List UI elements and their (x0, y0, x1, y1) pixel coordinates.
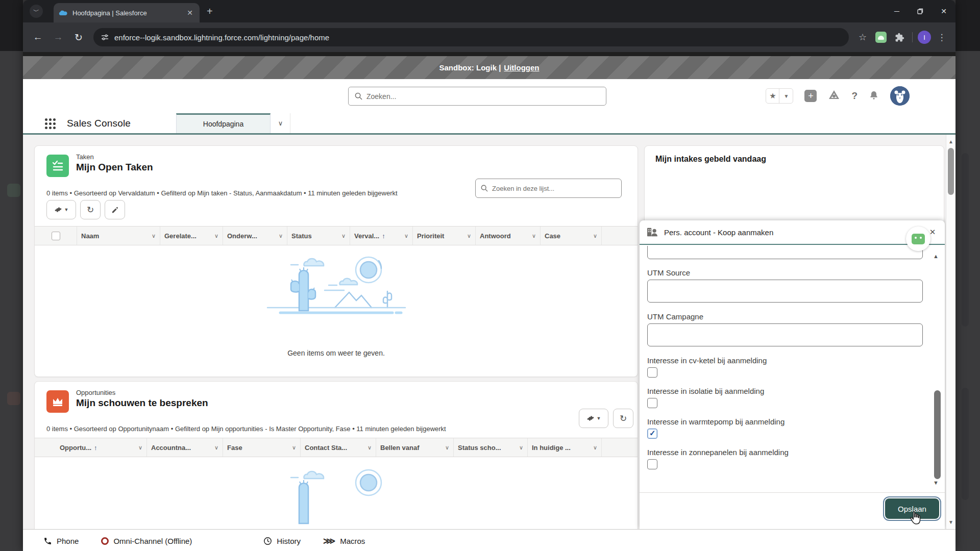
utm-campagne-input[interactable] (647, 323, 923, 346)
global-actions-icon[interactable]: + (804, 90, 817, 102)
column-header-gerelateerd[interactable]: Gerelate...∨ (160, 227, 223, 245)
chevron-down-icon: ∨ (368, 444, 372, 451)
global-search-box[interactable] (348, 87, 606, 106)
column-header-in-huidige[interactable]: In huidige ...∨ (528, 438, 602, 457)
trailhead-help-icon[interactable] (828, 89, 840, 103)
empty-state (35, 463, 638, 529)
app-launcher-icon[interactable] (45, 118, 56, 129)
page-scrollbar[interactable]: ▲ ▼ (946, 135, 955, 529)
tasks-list-title: Mijn Open Taken (76, 162, 153, 173)
site-info-icon[interactable] (101, 33, 109, 42)
browser-window: ﹀ Hoofdpagina | Salesforce ✕ + ─ ✕ ← → ↻… (23, 0, 955, 551)
macros-icon: ⋙ (323, 536, 335, 546)
refresh-button[interactable]: ↻ (80, 200, 101, 219)
interest-checkbox-3[interactable] (647, 459, 657, 469)
address-bar[interactable]: enforce--logik.sandbox.lightning.force.c… (93, 28, 849, 46)
utility-phone[interactable]: Phone (32, 530, 90, 551)
utm-source-input[interactable] (647, 280, 923, 303)
list-search-box[interactable] (475, 179, 622, 198)
url-text: enforce--logik.sandbox.lightning.force.c… (114, 33, 329, 42)
column-header-vervaldatum[interactable]: Verval...↑∨ (350, 227, 413, 245)
column-header-accountnaam[interactable]: Accountna...∨ (147, 438, 223, 457)
extensions-puzzle-icon[interactable] (892, 30, 907, 45)
user-avatar[interactable] (890, 86, 910, 106)
reload-button[interactable]: ↻ (70, 29, 87, 46)
truncated-field-input[interactable] (647, 246, 923, 259)
utility-label: Phone (57, 537, 79, 545)
person-account-icon (647, 227, 658, 237)
utility-label: Omni-Channel (Offline) (113, 537, 192, 545)
column-header-onderwerp[interactable]: Onderw...∨ (223, 227, 287, 245)
bookmark-star-icon[interactable]: ☆ (855, 30, 870, 45)
utility-label: History (277, 537, 301, 545)
column-header-contact-status[interactable]: Contact Sta...∨ (301, 438, 376, 457)
column-header-antwoord[interactable]: Antwoord∨ (476, 227, 541, 245)
help-icon[interactable]: ? (851, 90, 857, 102)
nav-tab-dropdown-icon[interactable]: ∨ (271, 113, 290, 133)
browser-menu-icon[interactable]: ⋮ (934, 30, 949, 45)
chevron-down-icon: ∨ (404, 233, 408, 239)
tab-search-button[interactable]: ﹀ (30, 5, 43, 18)
column-header-naam[interactable]: Naam∨ (77, 227, 160, 245)
window-restore-button[interactable] (909, 0, 932, 22)
favorites-dropdown-icon[interactable]: ▼ (779, 89, 793, 103)
logout-link[interactable]: Uitloggen (504, 63, 539, 72)
edit-pencil-button[interactable] (105, 200, 125, 219)
page-scrollbar-thumb[interactable] (948, 148, 954, 195)
composer-scrollbar-thumb[interactable] (934, 390, 941, 479)
select-all-checkbox[interactable] (35, 227, 77, 245)
green-extension-icon[interactable] (873, 30, 889, 45)
column-header-spacer (602, 438, 638, 457)
column-header-fase[interactable]: Fase∨ (223, 438, 301, 457)
field-label-utm-source: UTM Source (647, 268, 690, 277)
forward-button[interactable]: → (50, 29, 67, 46)
banner-top-shade (23, 52, 955, 56)
notifications-bell-icon[interactable] (869, 90, 879, 103)
interest-checkbox-2[interactable] (647, 429, 657, 439)
composer-footer: Opslaan (640, 492, 945, 529)
window-close-button[interactable]: ✕ (932, 0, 955, 22)
refresh-button[interactable]: ↻ (613, 409, 633, 428)
favorites-button[interactable]: ★ ▼ (766, 88, 793, 104)
utility-omni-channel[interactable]: Omni-Channel (Offline) (90, 530, 203, 551)
scroll-down-icon[interactable]: ▼ (933, 480, 939, 486)
task-entity-icon (46, 155, 69, 177)
browser-profile-avatar[interactable]: I (918, 31, 931, 44)
column-header-status[interactable]: Status∨ (287, 227, 350, 245)
new-tab-button[interactable]: + (207, 6, 213, 16)
window-minimize-button[interactable]: ─ (885, 0, 909, 22)
interest-checkbox-0[interactable] (647, 367, 657, 378)
browser-tab[interactable]: Hoofdpagina | Salesforce ✕ (54, 3, 200, 22)
opportunities-list-meta: 0 items • Gesorteerd op Opportunitynaam … (46, 425, 446, 433)
list-settings-button[interactable]: ▼ (579, 409, 608, 428)
column-header-opportunitynaam[interactable]: Opportu...↑∨ (35, 438, 147, 457)
utility-history[interactable]: History (252, 530, 312, 551)
tab-close-icon[interactable]: ✕ (185, 9, 194, 17)
column-header-prioriteit[interactable]: Prioriteit∨ (413, 227, 476, 245)
scrollbar-up-icon[interactable]: ▲ (946, 139, 955, 144)
extension-robot-badge[interactable] (906, 227, 930, 251)
column-header-case[interactable]: Case∨ (541, 227, 602, 245)
column-header-bellen-vanaf[interactable]: Bellen vanaf∨ (376, 438, 454, 457)
favorite-star-icon[interactable]: ★ (766, 89, 779, 103)
utility-bar: Phone Omni-Channel (Offline) History ⋙ M… (23, 529, 955, 551)
scrollbar-down-icon[interactable]: ▼ (946, 519, 955, 525)
interest-checkbox-1[interactable] (647, 398, 657, 408)
back-button[interactable]: ← (29, 29, 46, 46)
scroll-up-icon[interactable]: ▲ (933, 253, 939, 259)
global-search-input[interactable] (366, 92, 600, 101)
chevron-down-icon: ∨ (279, 233, 283, 239)
chevron-down-icon: ∨ (214, 444, 218, 451)
column-header-status-schouw[interactable]: Status scho...∨ (454, 438, 528, 457)
chevron-down-icon: ∨ (532, 233, 536, 239)
composer-titlebar[interactable]: Pers. account - Koop aanmaken — ✕ (640, 220, 945, 245)
list-search-input[interactable] (492, 185, 616, 192)
tasks-list-card: Taken Mijn Open Taken 0 items • Gesortee… (34, 145, 638, 377)
tab-hoofdpagina[interactable]: Hoofdpagina (176, 113, 271, 133)
list-settings-button[interactable]: ▼ (46, 200, 76, 219)
chevron-down-icon: ∨ (138, 444, 142, 451)
chevron-down-icon: ▼ (64, 207, 69, 212)
utility-macros[interactable]: ⋙ Macros (312, 530, 376, 551)
chevron-down-icon: ∨ (593, 444, 597, 451)
search-icon (355, 92, 362, 100)
